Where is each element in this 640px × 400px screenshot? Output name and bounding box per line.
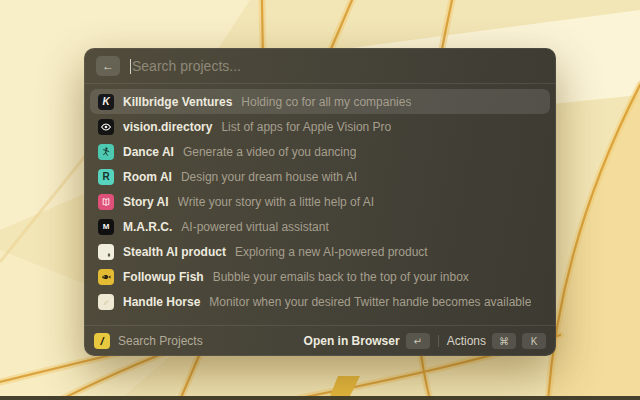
- item-title: vision.directory: [123, 120, 212, 134]
- footer-divider: [438, 335, 439, 347]
- item-description: Design your dream house with AI: [181, 170, 357, 184]
- item-title: Killbridge Ventures: [123, 95, 232, 109]
- letter-r-icon: R: [98, 169, 114, 185]
- list-item-room-ai[interactable]: R Room AI Design your dream house with A…: [90, 164, 550, 189]
- item-title: Followup Fish: [123, 270, 204, 284]
- blank-light-icon: [98, 244, 114, 260]
- enter-key-icon: ↵: [406, 333, 430, 349]
- list-item-followup-fish[interactable]: Followup Fish Bubble your emails back to…: [90, 264, 550, 289]
- list-item-vision-directory[interactable]: vision.directory List of apps for Apple …: [90, 114, 550, 139]
- back-arrow-icon: ←: [102, 59, 114, 73]
- fish-icon: [98, 269, 114, 285]
- item-description: Exploring a new AI-powered product: [235, 245, 428, 259]
- item-description: List of apps for Apple Vision Pro: [221, 120, 391, 134]
- eye-icon: [98, 119, 114, 135]
- item-description: Holding co for all my companies: [241, 95, 411, 109]
- item-title: M.A.R.C.: [123, 220, 172, 234]
- footer-bar: / Search Projects Open in Browser ↵ Acti…: [84, 325, 556, 356]
- list-item-handle-horse[interactable]: Handle Horse Monitor when your desired T…: [90, 289, 550, 314]
- back-button[interactable]: ←: [96, 56, 120, 76]
- item-title: Stealth AI product: [123, 245, 226, 259]
- item-description: Bubble your emails back to the top of yo…: [213, 270, 469, 284]
- list-item-stealth-ai-product[interactable]: Stealth AI product Exploring a new AI-po…: [90, 239, 550, 264]
- item-title: Room AI: [123, 170, 172, 184]
- open-in-browser-label: Open in Browser: [304, 334, 400, 348]
- footer-command-label: Search Projects: [118, 334, 203, 348]
- text-cursor: [130, 59, 131, 74]
- blank-cream-icon: [98, 294, 114, 310]
- command-palette-window: ← K Killbridge Ventures Holding co for a…: [84, 48, 556, 356]
- letter-m-icon: M: [98, 219, 114, 235]
- open-in-browser-button[interactable]: Open in Browser ↵: [304, 333, 430, 349]
- extension-icon: /: [94, 333, 110, 349]
- actions-label: Actions: [447, 334, 486, 348]
- item-description: Write your story with a little help of A…: [178, 195, 375, 209]
- item-description: Monitor when your desired Twitter handle…: [209, 295, 531, 309]
- icon-glyph: M: [103, 223, 110, 231]
- open-book-icon: [98, 194, 114, 210]
- killbridge-mark-icon: K: [98, 94, 114, 110]
- icon-glyph: K: [102, 97, 109, 107]
- command-key-icon: ⌘: [492, 333, 516, 349]
- k-key-icon: K: [522, 333, 546, 349]
- item-title: Dance AI: [123, 145, 174, 159]
- list-item-story-ai[interactable]: Story AI Write your story with a little …: [90, 189, 550, 214]
- search-input[interactable]: [132, 58, 544, 74]
- search-bar: ←: [84, 48, 556, 83]
- item-description: AI-powered virtual assistant: [181, 220, 328, 234]
- actions-button[interactable]: Actions ⌘ K: [447, 333, 546, 349]
- search-field-wrap: [130, 58, 544, 74]
- item-title: Handle Horse: [123, 295, 200, 309]
- dancer-icon: [98, 144, 114, 160]
- list-item-marc[interactable]: M M.A.R.C. AI-powered virtual assistant: [90, 214, 550, 239]
- icon-glyph: R: [102, 172, 109, 182]
- item-description: Generate a video of you dancing: [183, 145, 356, 159]
- project-list: K Killbridge Ventures Holding co for all…: [84, 84, 556, 325]
- item-title: Story AI: [123, 195, 169, 209]
- list-item-dance-ai[interactable]: Dance AI Generate a video of you dancing: [90, 139, 550, 164]
- list-item-killbridge-ventures[interactable]: K Killbridge Ventures Holding co for all…: [90, 89, 550, 114]
